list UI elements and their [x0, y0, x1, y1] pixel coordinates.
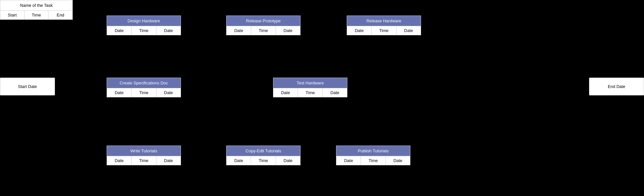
task-col3-write-tutorials: Date	[156, 156, 181, 165]
end-date-label: End Date	[608, 84, 625, 89]
task-col3-test-hardware: Date	[323, 88, 347, 97]
task-col3-create-spec-doc: Date	[156, 88, 181, 97]
legend-title: Name of the Task	[0, 0, 72, 11]
task-col2-create-spec-doc: Time	[132, 88, 156, 97]
legend-col-start: Start	[0, 11, 25, 19]
task-col3-design-hardware: Date	[156, 26, 181, 35]
task-col1-copy-edit-tutorials: Date	[227, 156, 251, 165]
task-col2-copy-edit-tutorials: Time	[251, 156, 276, 165]
task-header-copy-edit-tutorials: Copy-Edit Tutorials	[227, 146, 300, 156]
task-col1-test-hardware: Date	[273, 88, 298, 97]
task-col2-release-hardware: Time	[372, 26, 396, 35]
task-col3-copy-edit-tutorials: Date	[276, 156, 300, 165]
task-header-release-hardware: Release Hardware	[347, 16, 421, 26]
task-col1-create-spec-doc: Date	[107, 88, 132, 97]
task-card-design-hardware: Design Hardware Date Time Date	[107, 16, 181, 35]
legend-card: Name of the Task Start Time End	[0, 0, 73, 20]
start-date-box: Start Date	[0, 78, 55, 95]
task-card-write-tutorials: Write Tutorials Date Time Date	[107, 146, 181, 165]
task-col2-publish-tutorials: Time	[361, 156, 385, 165]
start-date-label: Start Date	[18, 84, 37, 89]
task-header-create-spec-doc: Create Specifications Doc	[107, 78, 181, 88]
task-col3-publish-tutorials: Date	[386, 156, 410, 165]
task-card-release-hardware: Release Hardware Date Time Date	[347, 16, 421, 35]
task-col2-write-tutorials: Time	[132, 156, 156, 165]
task-card-test-hardware: Test Hardware Date Time Date	[273, 78, 347, 97]
task-col2-release-prototype: Time	[251, 26, 276, 35]
task-col3-release-prototype: Date	[276, 26, 300, 35]
task-col1-write-tutorials: Date	[107, 156, 132, 165]
task-col3-release-hardware: Date	[396, 26, 421, 35]
task-header-publish-tutorials: Publish Tutorials	[336, 146, 410, 156]
end-date-box: End Date	[589, 78, 644, 95]
task-header-design-hardware: Design Hardware	[107, 16, 181, 26]
task-card-publish-tutorials: Publish Tutorials Date Time Date	[336, 146, 410, 165]
task-card-copy-edit-tutorials: Copy-Edit Tutorials Date Time Date	[226, 146, 301, 165]
legend-col-time: Time	[25, 11, 49, 19]
task-col1-design-hardware: Date	[107, 26, 132, 35]
task-col1-release-hardware: Date	[347, 26, 372, 35]
task-header-test-hardware: Test Hardware	[273, 78, 347, 88]
task-card-create-spec-doc: Create Specifications Doc Date Time Date	[107, 78, 181, 97]
task-col1-publish-tutorials: Date	[336, 156, 361, 165]
task-col2-design-hardware: Time	[132, 26, 156, 35]
task-card-release-prototype: Release Prototype Date Time Date	[226, 16, 301, 35]
task-col2-test-hardware: Time	[298, 88, 322, 97]
task-header-release-prototype: Release Prototype	[227, 16, 300, 26]
task-header-write-tutorials: Write Tutorials	[107, 146, 181, 156]
task-col1-release-prototype: Date	[227, 26, 251, 35]
legend-col-end: End	[48, 11, 72, 19]
